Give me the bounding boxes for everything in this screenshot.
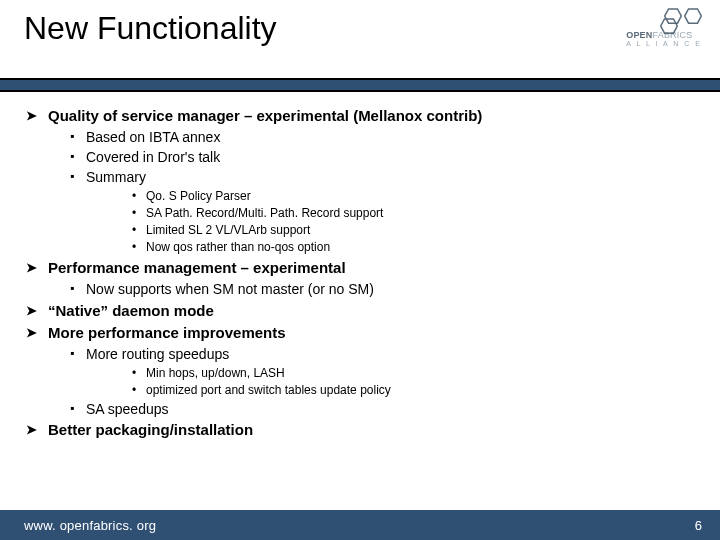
hexagon-icon: [684, 8, 702, 24]
bullet-text: Qo. S Policy Parser: [146, 189, 251, 203]
bullet-text: Now supports when SM not master (or no S…: [86, 281, 374, 297]
logo: OPENFABRICS A L L I A N C E: [626, 8, 702, 47]
bullet-l1: “Native” daemon mode: [26, 301, 694, 321]
bullet-text: Now qos rather than no-qos option: [146, 240, 330, 254]
bullet-l1: Quality of service manager – experimenta…: [26, 106, 694, 256]
bullet-l1: Better packaging/installation: [26, 420, 694, 440]
bullet-l2: More routing speedups Min hops, up/down,…: [48, 345, 694, 398]
bullet-text: More routing speedups: [86, 346, 229, 362]
bullet-l2: SA speedups: [48, 400, 694, 419]
bullet-l3: Min hops, up/down, LASH: [86, 365, 694, 381]
logo-text-bold: OPEN: [626, 30, 652, 40]
bullet-l2: Now supports when SM not master (or no S…: [48, 280, 694, 299]
footer-url: www. openfabrics. org: [24, 518, 156, 533]
bullet-l3: Limited SL 2 VL/VLArb support: [86, 222, 694, 238]
bullet-l3: Qo. S Policy Parser: [86, 188, 694, 204]
bullet-l1: Performance management – experimental No…: [26, 258, 694, 299]
bullet-text: Based on IBTA annex: [86, 129, 220, 145]
bullet-text: Quality of service manager – experimenta…: [48, 107, 482, 124]
header: New Functionality OPENFABRICS A L L I A …: [0, 0, 720, 78]
slide: New Functionality OPENFABRICS A L L I A …: [0, 0, 720, 540]
bullet-l2: Based on IBTA annex: [48, 128, 694, 147]
header-band: [0, 78, 720, 92]
bullet-text: Min hops, up/down, LASH: [146, 366, 285, 380]
bullet-text: optimized port and switch tables update …: [146, 383, 391, 397]
svg-marker-2: [660, 19, 677, 33]
bullet-list: Quality of service manager – experimenta…: [26, 106, 694, 441]
page-number: 6: [695, 518, 702, 533]
page-title: New Functionality: [24, 0, 720, 47]
logo-subtext: A L L I A N C E: [626, 40, 702, 47]
bullet-text: More performance improvements: [48, 324, 286, 341]
hexagon-icon: [660, 18, 678, 34]
bullet-text: Better packaging/installation: [48, 421, 253, 438]
bullet-text: Limited SL 2 VL/VLArb support: [146, 223, 310, 237]
bullet-l3: Now qos rather than no-qos option: [86, 239, 694, 255]
bullet-text: Performance management – experimental: [48, 259, 346, 276]
bullet-text: SA speedups: [86, 401, 169, 417]
bullet-text: Covered in Dror's talk: [86, 149, 220, 165]
footer: www. openfabrics. org 6: [0, 510, 720, 540]
bullet-l2: Covered in Dror's talk: [48, 148, 694, 167]
bullet-text: “Native” daemon mode: [48, 302, 214, 319]
svg-marker-1: [685, 9, 702, 23]
bullet-l3: SA Path. Record/Multi. Path. Record supp…: [86, 205, 694, 221]
bullet-l1: More performance improvements More routi…: [26, 323, 694, 418]
content: Quality of service manager – experimenta…: [0, 92, 720, 441]
bullet-text: SA Path. Record/Multi. Path. Record supp…: [146, 206, 383, 220]
bullet-l3: optimized port and switch tables update …: [86, 382, 694, 398]
bullet-text: Summary: [86, 169, 146, 185]
bullet-l2: Summary Qo. S Policy Parser SA Path. Rec…: [48, 168, 694, 256]
